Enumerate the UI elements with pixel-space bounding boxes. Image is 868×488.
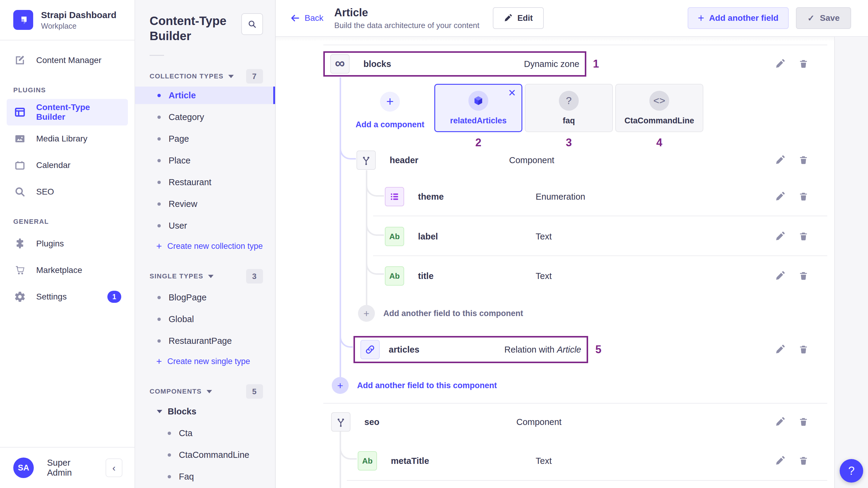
bullet-icon — [157, 116, 161, 119]
edit-icon[interactable] — [775, 271, 785, 281]
divider — [150, 55, 164, 56]
sidebar-item-seo[interactable]: SEO — [7, 179, 128, 205]
single-types-header[interactable]: SINGLE TYPES 3 — [135, 269, 275, 283]
field-name: label — [418, 232, 536, 242]
delete-icon[interactable] — [798, 344, 809, 355]
bullet-icon — [168, 475, 171, 478]
sidebar-item-label: Content Manager — [36, 56, 101, 65]
annotation-box-articles: articles Relation with Article — [353, 336, 588, 363]
sidebar-item-label: Plugins — [36, 239, 64, 248]
builder-title: Content-Type Builder — [150, 13, 234, 43]
plus-icon: + — [156, 356, 162, 367]
field-row-title: Ab title Text — [323, 266, 827, 286]
pencil-icon — [504, 14, 512, 22]
field-type: Component — [516, 417, 562, 427]
sidebar-item-media-library[interactable]: Media Library — [7, 125, 128, 152]
delete-icon[interactable] — [798, 456, 809, 466]
bullet-icon — [157, 181, 161, 184]
add-another-field-button[interactable]: + Add another field — [688, 7, 789, 29]
cube-icon — [468, 91, 488, 111]
edit-icon[interactable] — [775, 59, 785, 69]
sidebar-item-content-type-builder[interactable]: Content-Type Builder — [7, 99, 128, 125]
sidebar-item-label: Content-Type Builder — [36, 102, 121, 122]
text-field-icon: Ab — [385, 227, 404, 246]
sidebar-item-user[interactable]: User — [135, 215, 275, 237]
field-type: Relation with Article — [504, 345, 581, 355]
sidebar-item-ctacommandline[interactable]: CtaCommandLine — [135, 444, 275, 466]
field-row-label: Ab label Text — [323, 227, 827, 246]
main-content: ∞ blocks Dynamic zone 1 + Add a componen… — [276, 37, 868, 488]
plus-icon: + — [156, 241, 162, 252]
check-icon: ✓ — [807, 13, 814, 23]
component-icon — [331, 412, 350, 432]
sidebar-item-marketplace[interactable]: Marketplace — [7, 257, 128, 283]
sidebar-item-label: SEO — [36, 187, 54, 196]
sidebar-item-article[interactable]: Article — [135, 87, 275, 104]
relation-icon — [361, 340, 380, 359]
field-row-header: header Component — [323, 150, 827, 170]
sidebar-item-plugins[interactable]: Plugins — [7, 231, 128, 257]
components-count: 5 — [246, 384, 263, 399]
field-type: Component — [509, 155, 554, 165]
sidebar-item-calendar[interactable]: Calendar — [7, 152, 128, 179]
sidebar-item-global[interactable]: Global — [135, 308, 275, 330]
components-header[interactable]: COMPONENTS 5 — [135, 384, 275, 399]
create-single-type-link[interactable]: + Create new single type — [135, 352, 275, 371]
avatar[interactable]: SA — [13, 458, 34, 478]
field-type: Text — [536, 456, 552, 466]
save-button[interactable]: ✓ Save — [796, 7, 851, 29]
chevron-down-icon — [207, 390, 212, 393]
back-link[interactable]: Back — [289, 13, 323, 24]
add-component-button[interactable]: + Add a component — [352, 84, 428, 129]
sidebar-item-place[interactable]: Place — [135, 150, 275, 171]
sidebar-item-review[interactable]: Review — [135, 193, 275, 215]
sidebar-item-label: Media Library — [36, 134, 88, 144]
component-icon — [356, 151, 376, 170]
sidebar-item-blogpage[interactable]: BlogPage — [135, 286, 275, 308]
close-icon[interactable]: ✕ — [508, 87, 516, 99]
edit-icon[interactable] — [775, 417, 785, 427]
component-group-blocks[interactable]: Blocks — [135, 400, 275, 422]
edit-button[interactable]: Edit — [493, 7, 544, 29]
cart-icon — [13, 264, 27, 277]
delete-icon[interactable] — [798, 417, 809, 427]
collapse-sidebar-button[interactable]: ‹ — [105, 458, 122, 477]
field-type: Enumeration — [536, 192, 585, 202]
edit-icon[interactable] — [775, 344, 785, 355]
add-field-to-component-button[interactable]: + Add another field to this component — [323, 305, 827, 322]
create-collection-type-link[interactable]: + Create new collection type — [135, 237, 275, 256]
edit-icon[interactable] — [775, 231, 785, 242]
sidebar-item-faq[interactable]: Faq — [135, 466, 275, 487]
chevron-down-icon — [228, 75, 234, 78]
plus-icon: + — [358, 305, 375, 322]
divider — [323, 403, 827, 403]
collection-types-header[interactable]: COLLECTION TYPES 7 — [135, 69, 275, 84]
sidebar-item-content-manager[interactable]: Content Manager — [7, 47, 128, 73]
text-field-icon: Ab — [358, 451, 377, 470]
sidebar-item-category[interactable]: Category — [135, 106, 275, 128]
component-chip-relatedarticles[interactable]: ✕ relatedArticles — [434, 84, 522, 132]
field-name: title — [418, 271, 536, 281]
plus-icon: + — [380, 92, 400, 112]
add-field-to-dynamic-zone-button[interactable]: + Add another field to this component — [323, 377, 827, 394]
sidebar-item-settings[interactable]: Settings 1 — [7, 283, 128, 310]
component-chip-ctacommandline[interactable]: <> CtaCommandLine — [615, 84, 703, 132]
search-button[interactable] — [241, 13, 263, 35]
delete-icon[interactable] — [798, 155, 809, 165]
workspace-brand[interactable]: Strapi Dashboard Workplace — [0, 0, 134, 40]
page-title: Article — [334, 6, 479, 19]
sidebar-item-restaurantpage[interactable]: RestaurantPage — [135, 330, 275, 352]
delete-icon[interactable] — [798, 59, 809, 69]
delete-icon[interactable] — [798, 231, 809, 242]
help-button[interactable]: ? — [840, 459, 863, 483]
delete-icon[interactable] — [798, 191, 809, 202]
user-area: SA Super Admin ‹ — [0, 447, 134, 488]
component-chip-faq[interactable]: ? faq — [525, 84, 613, 132]
edit-icon[interactable] — [775, 155, 785, 165]
sidebar-item-cta[interactable]: Cta — [135, 422, 275, 444]
sidebar-item-restaurant[interactable]: Restaurant — [135, 171, 275, 193]
sidebar-item-page[interactable]: Page — [135, 128, 275, 150]
edit-icon[interactable] — [775, 456, 785, 466]
edit-icon[interactable] — [775, 191, 785, 202]
delete-icon[interactable] — [798, 271, 809, 281]
